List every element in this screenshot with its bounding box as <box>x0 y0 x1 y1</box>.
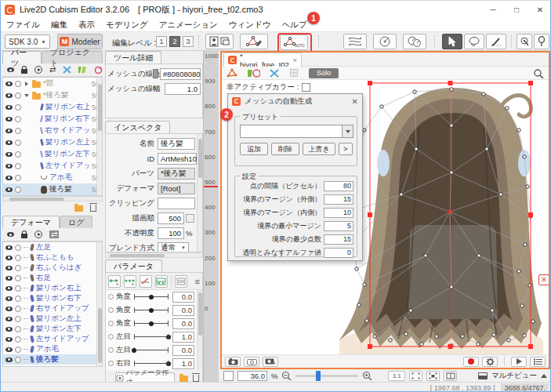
canvas-bounds-icon[interactable] <box>444 371 457 381</box>
mesh-line-color-swatch[interactable] <box>153 69 158 78</box>
rotation-deformer-button[interactable] <box>373 34 397 49</box>
parameter-row[interactable]: 左目 開閉1.0 <box>106 330 197 343</box>
snapshot-button[interactable] <box>225 357 241 367</box>
setting-input[interactable]: 0 <box>324 248 353 258</box>
deformer-scrollbar[interactable] <box>96 242 102 366</box>
parameter-row[interactable]: 角度 Z0.0 <box>106 317 197 330</box>
deformer-row[interactable]: アホ毛 <box>3 344 102 354</box>
snapshot-onion-button[interactable] <box>244 357 259 367</box>
draw-order-input[interactable]: 500 <box>158 212 184 224</box>
setting-input[interactable]: 15 <box>324 194 353 205</box>
tree-row[interactable]: 右サイドアップ50 <box>3 125 102 136</box>
parameter-row[interactable]: 角度 X0.0 <box>106 290 197 303</box>
menu-edit[interactable]: 編集 <box>51 20 67 31</box>
tab-tool-detail[interactable]: ツール詳細 <box>105 51 161 64</box>
play-button[interactable] <box>511 357 527 367</box>
deformer-row[interactable]: 右足 <box>3 273 102 283</box>
dots-grid-icon[interactable] <box>175 275 187 288</box>
tree-row[interactable]: 左サイドアップ50 <box>3 160 102 172</box>
zoom-input[interactable]: 36.0 <box>237 371 267 381</box>
blend-select[interactable]: 通常▼ <box>158 242 189 253</box>
delete-icon[interactable] <box>90 205 96 212</box>
playlist-button[interactable] <box>530 357 546 367</box>
highlight-colors-icon[interactable] <box>248 69 260 78</box>
edit-level-3[interactable]: 3 <box>183 36 194 47</box>
menu-modeling[interactable]: モデリング <box>106 20 148 31</box>
mesh-display-icon[interactable] <box>227 68 238 78</box>
tab-parameters[interactable]: パラメータ <box>105 260 162 272</box>
setting-input[interactable]: 10 <box>324 208 353 218</box>
draw-order-button[interactable] <box>186 214 194 223</box>
expand-all-icon[interactable] <box>34 66 42 74</box>
close-button[interactable]: ✕ <box>528 1 551 18</box>
onion-skin-icon[interactable] <box>78 66 87 74</box>
warp-deformer-button[interactable] <box>343 34 367 49</box>
zoom-out-icon[interactable] <box>281 371 292 380</box>
lock-icon[interactable] <box>21 69 27 74</box>
bg-color-swatch[interactable] <box>223 371 234 381</box>
preset-add-button[interactable]: 追加 <box>240 143 268 155</box>
deformer-row-selected[interactable]: 後ろ髪 <box>3 354 102 365</box>
parameter-row[interactable]: 右目 開閉1.0 <box>106 357 197 370</box>
tree-row-folder[interactable]: *後ろ髪50 <box>3 89 102 101</box>
lock-icon[interactable] <box>21 234 27 238</box>
swap-icon[interactable]: ⇄ <box>49 230 59 238</box>
settings-button[interactable] <box>482 357 498 367</box>
deformer-row[interactable]: 右ふともも <box>3 252 102 263</box>
new-folder-icon[interactable] <box>74 205 83 212</box>
delete-selection-button[interactable]: ✕ <box>538 274 549 285</box>
canvas-tab[interactable]: * hiyori_free_t02 × <box>223 53 302 67</box>
bind-mesh-icon[interactable] <box>63 66 71 74</box>
parts-hscrollbar[interactable] <box>2 196 103 201</box>
multiview-label[interactable]: マルチビュー <box>491 371 537 381</box>
edit-level-1[interactable]: 1 <box>156 36 167 47</box>
deformer-row[interactable]: 髪リボン左下 <box>3 324 102 334</box>
tab-parts[interactable]: パーツ <box>2 51 42 64</box>
menu-help[interactable]: ヘルプ <box>281 20 306 31</box>
mesh-edit-button[interactable] <box>240 34 268 49</box>
tree-row-folder[interactable]: *部50 <box>3 78 102 89</box>
deformer-row[interactable]: 髪リボン右上 <box>3 283 102 293</box>
inactive-color-checkbox[interactable] <box>302 83 310 92</box>
tab-inspector[interactable]: インスペクタ <box>105 121 170 133</box>
delete-icon[interactable] <box>193 375 199 382</box>
name-input[interactable]: 後ろ髪 <box>158 138 195 150</box>
preset-more-button[interactable]: > <box>339 143 353 155</box>
deformer-row[interactable]: 髪リボン左上 <box>3 314 102 324</box>
deformer-row[interactable]: 左足 <box>3 242 102 252</box>
parameter-scrollbar[interactable] <box>197 290 202 370</box>
parameter-row[interactable]: 角度 Y0.0 <box>106 303 197 317</box>
actual-size-button[interactable]: 1:1 <box>388 371 405 381</box>
auto-mesh-button[interactable]: AUTO <box>280 34 308 50</box>
parts-scrollbar[interactable] <box>96 78 102 195</box>
tab-deformer[interactable]: デフォーマ <box>2 216 60 228</box>
zoom-slider-thumb[interactable] <box>316 371 321 381</box>
opacity-input[interactable]: 100 <box>158 227 184 239</box>
inspector-scrollbar[interactable] <box>197 134 202 252</box>
reload-icon[interactable] <box>94 66 103 74</box>
tree-row[interactable]: 髪リボン右上50 <box>3 101 102 113</box>
swap-icon[interactable]: ⇄ <box>49 66 56 74</box>
tab-project[interactable]: プロジェクト <box>42 51 103 64</box>
preset-delete-button[interactable]: 削除 <box>271 143 299 155</box>
edit-level-2[interactable]: 2 <box>169 36 180 47</box>
visibility-icon[interactable] <box>7 232 14 237</box>
menu-window[interactable]: ウィンドウ <box>229 20 271 31</box>
mesh-line-width-input[interactable]: 1.0 <box>165 83 201 95</box>
collapse-icon[interactable] <box>541 374 547 378</box>
visibility-icon[interactable] <box>7 67 14 72</box>
deformer-row[interactable]: 右サイドアップ <box>3 303 102 314</box>
grid-display-icon[interactable] <box>288 68 299 78</box>
remove-key-icon[interactable] <box>140 275 152 288</box>
dialog-title-bar[interactable]: メッシュの自動生成 ✕ <box>228 94 362 108</box>
pin-tool-button[interactable] <box>534 34 549 49</box>
menu-file[interactable]: ファイル <box>6 20 40 31</box>
setting-input[interactable]: 80 <box>324 181 353 191</box>
inspector-hscrollbar[interactable] <box>105 252 203 258</box>
brush-select-button[interactable] <box>486 34 506 49</box>
menu-view[interactable]: 表示 <box>78 20 95 31</box>
preset-overwrite-button[interactable]: 上書き <box>303 143 335 155</box>
tree-row[interactable]: 髪リボン左下50 <box>3 148 102 160</box>
menu-animation[interactable]: アニメーション <box>159 20 218 31</box>
dialog-close-icon[interactable]: ✕ <box>352 97 358 106</box>
